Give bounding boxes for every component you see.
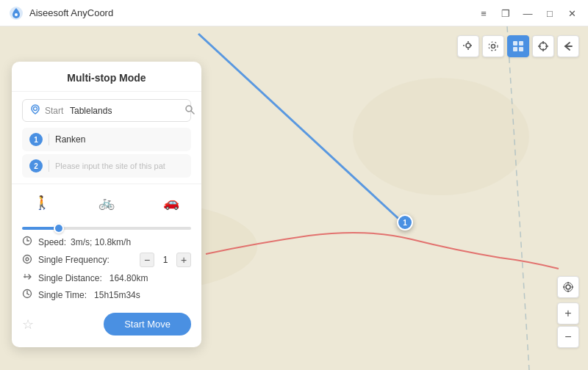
waypoint-num-1: 1 bbox=[29, 133, 43, 146]
freq-controls: − 1 + bbox=[140, 253, 191, 267]
search-icon[interactable] bbox=[184, 104, 195, 117]
waypoint-row-2[interactable]: 2 bbox=[22, 154, 191, 178]
start-input[interactable] bbox=[70, 106, 180, 116]
transport-modes: 🚶 🚲 🚗 bbox=[22, 192, 191, 214]
controls-section: 🚶 🚲 🚗 Speed: 3m/s; 10.8km/h bbox=[12, 184, 201, 301]
time-row: Single Time: 15h15m34s bbox=[22, 289, 191, 301]
waypoint-divider-1 bbox=[49, 134, 49, 145]
freq-label: Single Frequency: bbox=[38, 255, 110, 265]
panel-title: Multi-stop Mode bbox=[12, 62, 201, 92]
svg-point-7 bbox=[466, 43, 470, 48]
svg-rect-16 bbox=[513, 47, 517, 51]
waypoint-divider-2 bbox=[49, 160, 49, 172]
map-zoom-controls: + − bbox=[557, 276, 579, 348]
svg-point-28 bbox=[24, 255, 32, 263]
toolbar-map-mode-btn[interactable] bbox=[507, 35, 529, 57]
waypoint-num-2: 2 bbox=[29, 159, 43, 173]
car-mode-btn[interactable]: 🚗 bbox=[157, 192, 185, 214]
distance-value: 164.80km bbox=[110, 273, 148, 283]
speed-label: Speed: bbox=[38, 237, 66, 247]
map-locate-btn[interactable] bbox=[557, 276, 579, 298]
menu-button[interactable]: ≡ bbox=[473, 3, 494, 23]
restore-button[interactable]: ❐ bbox=[495, 3, 516, 23]
map-toolbar bbox=[457, 35, 579, 57]
time-value: 15h15m34s bbox=[94, 290, 140, 300]
svg-point-13 bbox=[489, 42, 498, 51]
app-logo bbox=[9, 6, 24, 21]
map-marker-1: 1 bbox=[397, 214, 413, 231]
start-field[interactable]: Start bbox=[22, 99, 191, 122]
start-move-button[interactable]: Start Move bbox=[104, 313, 191, 335]
toolbar-back-btn[interactable] bbox=[557, 35, 579, 57]
start-label: Start bbox=[45, 106, 65, 116]
svg-point-1 bbox=[15, 13, 18, 16]
svg-rect-14 bbox=[513, 41, 517, 46]
svg-rect-15 bbox=[519, 41, 523, 46]
toolbar-crosshair-btn[interactable] bbox=[532, 35, 554, 57]
freq-icon bbox=[22, 254, 34, 266]
time-icon bbox=[22, 289, 34, 301]
speed-slider[interactable] bbox=[22, 227, 191, 230]
panel-inputs: Start 1 2 bbox=[12, 92, 201, 178]
speed-row: Speed: 3m/s; 10.8km/h bbox=[22, 236, 191, 248]
zoom-out-btn[interactable]: − bbox=[557, 326, 579, 348]
freq-decrease-btn[interactable]: − bbox=[140, 253, 154, 267]
app-title: Aiseesoft AnyCoord bbox=[29, 7, 113, 18]
svg-point-29 bbox=[26, 258, 29, 261]
waypoint-input-2[interactable] bbox=[55, 161, 184, 171]
close-button[interactable]: ✕ bbox=[562, 3, 582, 23]
bike-mode-btn[interactable]: 🚲 bbox=[93, 192, 121, 214]
toolbar-location-btn[interactable] bbox=[457, 35, 479, 57]
distance-label: Single Distance: bbox=[38, 273, 102, 283]
svg-rect-17 bbox=[519, 47, 523, 51]
titlebar: Aiseesoft AnyCoord ≡ ❐ — □ ✕ bbox=[0, 0, 588, 26]
walk-mode-btn[interactable]: 🚶 bbox=[28, 192, 56, 214]
speed-value: 3m/s; 10.8km/h bbox=[71, 237, 131, 247]
svg-line-26 bbox=[191, 111, 194, 114]
freq-row: Single Frequency: − 1 + bbox=[22, 253, 191, 267]
panel-footer: ☆ Start Move bbox=[12, 305, 201, 335]
maximize-button[interactable]: □ bbox=[539, 3, 560, 23]
svg-line-34 bbox=[27, 294, 29, 295]
svg-point-12 bbox=[492, 45, 495, 48]
freq-increase-btn[interactable]: + bbox=[176, 253, 191, 267]
toolbar-settings-btn[interactable] bbox=[482, 35, 504, 57]
zoom-in-btn[interactable]: + bbox=[557, 302, 579, 324]
side-panel: Multi-stop Mode Start 1 bbox=[12, 62, 201, 347]
svg-point-36 bbox=[564, 283, 573, 291]
distance-row: Single Distance: 164.80km bbox=[22, 272, 191, 284]
distance-icon bbox=[22, 272, 34, 284]
freq-value: 1 bbox=[160, 255, 171, 265]
svg-point-3 bbox=[353, 78, 529, 195]
time-label: Single Time: bbox=[38, 290, 87, 300]
window-controls: ≡ ❐ — □ ✕ bbox=[473, 0, 582, 26]
start-location-icon bbox=[30, 104, 40, 117]
waypoint-input-1[interactable] bbox=[55, 134, 184, 145]
speed-slider-container bbox=[22, 220, 191, 233]
svg-point-24 bbox=[34, 107, 37, 111]
waypoint-row-1[interactable]: 1 bbox=[22, 128, 191, 151]
favorite-btn[interactable]: ☆ bbox=[22, 316, 34, 333]
minimize-button[interactable]: — bbox=[517, 3, 538, 23]
svg-point-35 bbox=[566, 285, 570, 289]
map-container[interactable]: 1 Multi-stop Mode Start bbox=[0, 26, 588, 370]
speed-icon bbox=[22, 236, 34, 248]
